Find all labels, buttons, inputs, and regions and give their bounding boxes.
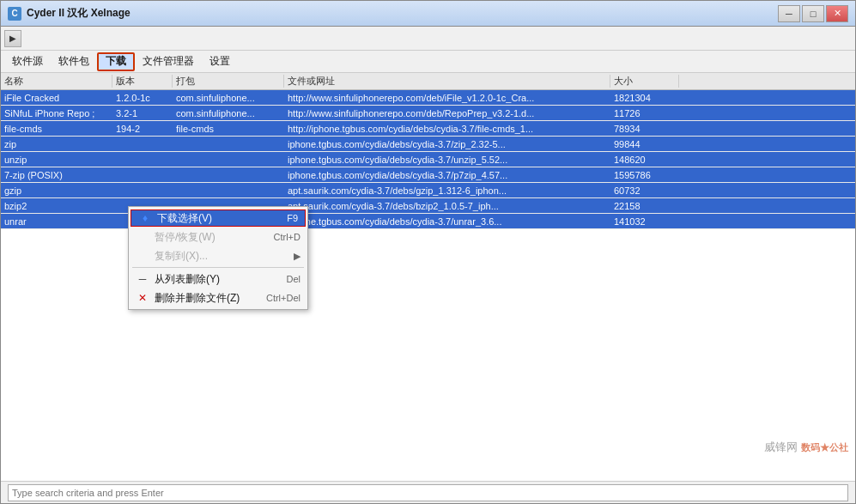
cell-url: iphone.tgbus.com/cydia/debs/cydia-3.7/un… xyxy=(284,216,610,227)
cell-url: iphone.tgbus.com/cydia/debs/cydia-3.7/zi… xyxy=(284,139,610,149)
title-bar: C Cyder II 汉化 Xelnage ─ □ ✕ xyxy=(1,1,855,27)
ctx-download-shortcut: F9 xyxy=(287,213,298,223)
cell-pack: com.sinfuliphone... xyxy=(173,108,284,118)
cell-name: 7-zip (POSIX) xyxy=(1,170,112,180)
cell-name: gzip xyxy=(1,185,112,196)
ctx-pause-download: 暂停/恢复(W) Ctrl+D xyxy=(129,228,307,246)
ctx-separator-1 xyxy=(132,267,304,268)
header-name: 名称 xyxy=(1,75,112,88)
ctx-copy-to: 复制到(X)... ▶ xyxy=(129,246,307,265)
window-controls: ─ □ ✕ xyxy=(778,5,848,22)
cell-size: 11726 xyxy=(610,108,679,118)
menu-settings[interactable]: 设置 xyxy=(202,52,238,71)
table-row[interactable]: 7-zip (POSIX) iphone.tgbus.com/cydia/deb… xyxy=(1,167,855,183)
remove-icon: ─ xyxy=(136,273,149,285)
cell-url: http://iphone.tgbus.com/cydia/debs/cydia… xyxy=(284,124,610,134)
table-row[interactable]: file-cmds 194-2 file-cmds http://iphone.… xyxy=(1,121,855,137)
cell-pack: file-cmds xyxy=(173,124,284,134)
ctx-delete-shortcut: Ctrl+Del xyxy=(266,293,301,303)
ctx-copy-arrow: ▶ xyxy=(294,251,301,262)
ctx-pause-label: 暂停/恢复(W) xyxy=(155,230,216,245)
app-icon: C xyxy=(8,7,21,21)
cell-url: iphone.tgbus.com/cydia/debs/cydia-3.7/p7… xyxy=(284,170,610,180)
header-url: 文件或网址 xyxy=(284,75,610,88)
watermark-logo: 数码★公社 xyxy=(801,441,848,454)
cell-size: 60732 xyxy=(610,185,679,196)
menu-download[interactable]: 下载 xyxy=(97,52,135,71)
cell-url: http://www.sinfuliphonerepo.com/deb/Repo… xyxy=(284,108,610,118)
ctx-download-selected[interactable]: ♦ 下载选择(V) F9 xyxy=(131,209,306,227)
ctx-pause-shortcut: Ctrl+D xyxy=(274,232,301,242)
ctx-remove-shortcut: Del xyxy=(286,274,301,284)
header-pack: 打包 xyxy=(173,75,284,88)
context-menu: ♦ 下载选择(V) F9 暂停/恢复(W) Ctrl+D 复制到(X)... ▶… xyxy=(128,206,308,310)
cell-name: file-cmds xyxy=(1,124,112,134)
cell-size: 22158 xyxy=(610,201,679,211)
cell-url: apt.saurik.com/cydia-3.7/debs/bzip2_1.0.… xyxy=(284,201,610,211)
table-container: 名称 版本 打包 文件或网址 大小 iFile Cracked 1.2.0-1c… xyxy=(1,73,855,481)
cell-url: http://www.sinfuliphonerepo.com/deb/iFil… xyxy=(284,93,610,103)
menu-bar: 软件源 软件包 下载 文件管理器 设置 xyxy=(1,51,855,73)
header-version: 版本 xyxy=(112,75,173,88)
cell-name: SiNfuL iPhone Repo ; xyxy=(1,108,112,118)
cell-size: 141032 xyxy=(610,216,679,227)
cell-version: 194-2 xyxy=(112,124,173,134)
close-button[interactable]: ✕ xyxy=(826,5,848,22)
cell-name: unrar xyxy=(1,216,112,227)
menu-software-pack[interactable]: 软件包 xyxy=(51,52,97,71)
table-row[interactable]: gzip apt.saurik.com/cydia-3.7/debs/gzip_… xyxy=(1,183,855,198)
minimize-button[interactable]: ─ xyxy=(778,5,800,22)
ctx-delete-label: 删除并删除文件(Z) xyxy=(155,291,240,306)
table-row[interactable]: SiNfuL iPhone Repo ; 3.2-1 com.sinfuliph… xyxy=(1,106,855,121)
table-row[interactable]: unzip iphone.tgbus.com/cydia/debs/cydia-… xyxy=(1,152,855,167)
cell-name: zip xyxy=(1,139,112,149)
status-bar xyxy=(1,481,855,503)
download-icon: ♦ xyxy=(138,212,152,224)
search-input[interactable] xyxy=(8,484,848,501)
cell-size: 78934 xyxy=(610,124,679,134)
ctx-download-label: 下载选择(V) xyxy=(157,211,212,226)
cell-name: bzip2 xyxy=(1,201,112,211)
play-button[interactable]: ▶ xyxy=(4,30,21,47)
watermark-site: 威锋网 xyxy=(764,440,798,455)
ctx-delete-file[interactable]: ✕ 删除并删除文件(Z) Ctrl+Del xyxy=(129,288,307,307)
cell-version: 3.2-1 xyxy=(112,108,173,118)
cell-name: iFile Cracked xyxy=(1,93,112,103)
cell-version: 1.2.0-1c xyxy=(112,93,173,103)
table-row[interactable]: zip iphone.tgbus.com/cydia/debs/cydia-3.… xyxy=(1,137,855,152)
menu-file-manager[interactable]: 文件管理器 xyxy=(135,52,202,71)
cell-url: iphone.tgbus.com/cydia/debs/cydia-3.7/un… xyxy=(284,155,610,165)
table-header: 名称 版本 打包 文件或网址 大小 xyxy=(1,73,855,90)
header-size: 大小 xyxy=(610,75,679,88)
cell-size: 1595786 xyxy=(610,170,679,180)
ctx-remove-list[interactable]: ─ 从列表删除(Y) Del xyxy=(129,270,307,288)
maximize-button[interactable]: □ xyxy=(802,5,824,22)
table-row[interactable]: iFile Cracked 1.2.0-1c com.sinfuliphone.… xyxy=(1,90,855,106)
toolbar: ▶ xyxy=(1,27,855,51)
ctx-remove-label: 从列表删除(Y) xyxy=(155,272,220,287)
watermark: 威锋网 数码★公社 xyxy=(764,440,848,455)
ctx-copy-label: 复制到(X)... xyxy=(155,249,208,264)
delete-icon: ✕ xyxy=(136,292,149,304)
cell-url: apt.saurik.com/cydia-3.7/debs/gzip_1.312… xyxy=(284,185,610,196)
cell-size: 99844 xyxy=(610,139,679,149)
cell-size: 1821304 xyxy=(610,93,679,103)
menu-software-source[interactable]: 软件源 xyxy=(4,52,51,71)
cell-pack: com.sinfuliphone... xyxy=(173,93,284,103)
cell-size: 148620 xyxy=(610,155,679,165)
window-title: Cyder II 汉化 Xelnage xyxy=(27,6,778,21)
cell-name: unzip xyxy=(1,155,112,165)
main-window: C Cyder II 汉化 Xelnage ─ □ ✕ ▶ 软件源 软件包 下载… xyxy=(0,0,856,504)
